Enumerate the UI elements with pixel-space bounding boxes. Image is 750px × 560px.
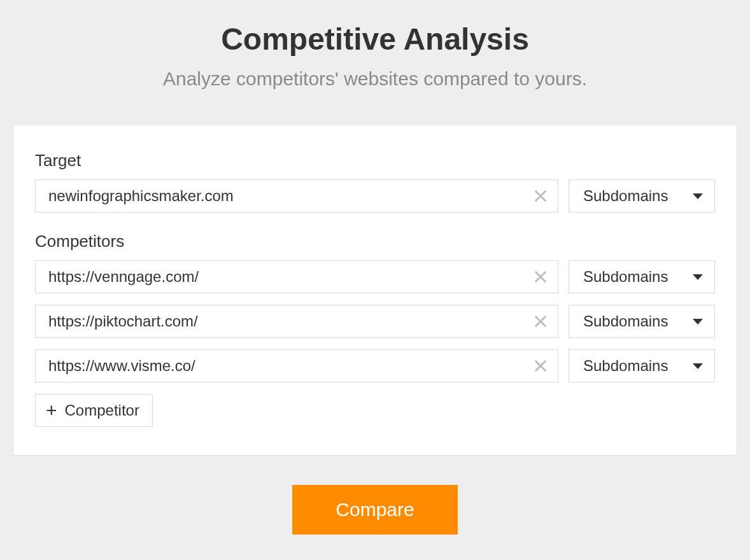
form-card: Target Subdomains Competitors <box>13 125 737 456</box>
competitor-scope-value-0: Subdomains <box>583 268 668 286</box>
page-subtitle: Analyze competitors' websites compared t… <box>8 68 742 90</box>
target-scope-value: Subdomains <box>583 187 668 205</box>
competitor-input-1[interactable] <box>35 305 558 338</box>
caret-down-icon <box>693 363 703 369</box>
add-competitor-label: Competitor <box>65 402 139 419</box>
clear-competitor-2-button[interactable] <box>529 354 552 377</box>
close-icon <box>534 314 548 328</box>
clear-competitor-1-button[interactable] <box>529 310 552 333</box>
competitor-scope-select-2[interactable]: Subdomains <box>569 349 715 382</box>
target-scope-select[interactable]: Subdomains <box>569 179 715 213</box>
caret-down-icon <box>693 319 703 325</box>
add-competitor-button[interactable]: + Competitor <box>35 394 153 427</box>
close-icon <box>534 270 548 284</box>
competitor-scope-select-1[interactable]: Subdomains <box>569 305 715 338</box>
compare-button[interactable]: Compare <box>292 485 457 535</box>
close-icon <box>534 189 548 203</box>
page-title: Competitive Analysis <box>8 22 742 57</box>
competitor-input-0[interactable] <box>35 260 558 293</box>
competitor-input-2[interactable] <box>35 349 558 382</box>
close-icon <box>534 359 548 373</box>
competitor-scope-value-2: Subdomains <box>583 357 668 375</box>
clear-target-button[interactable] <box>529 185 552 207</box>
competitor-scope-value-1: Subdomains <box>583 312 668 330</box>
target-input[interactable] <box>35 179 558 213</box>
target-label: Target <box>35 151 715 171</box>
competitor-scope-select-0[interactable]: Subdomains <box>569 260 715 293</box>
competitors-label: Competitors <box>35 232 715 251</box>
plus-icon: + <box>46 401 57 420</box>
clear-competitor-0-button[interactable] <box>529 265 552 288</box>
caret-down-icon <box>693 193 703 199</box>
caret-down-icon <box>693 274 703 280</box>
